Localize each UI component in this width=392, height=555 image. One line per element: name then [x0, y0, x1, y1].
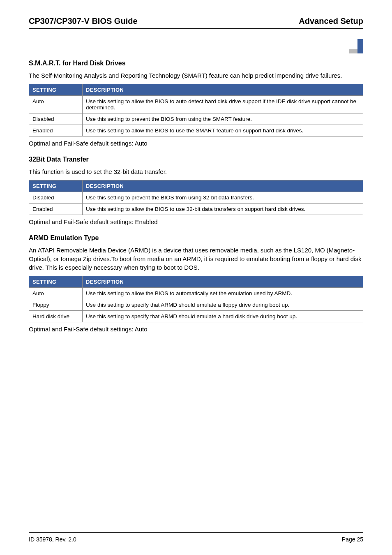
table-header-description: DESCRIPTION — [83, 84, 363, 96]
table-row: Disabled Use this setting to prevent the… — [29, 113, 363, 125]
cell-description: Use this setting to allow the BIOS to us… — [83, 204, 363, 215]
header-title-right: Advanced Setup — [299, 16, 363, 26]
main-content: S.M.A.R.T. for Hard Disk Drives The Self… — [29, 60, 363, 333]
cell-description: Use this setting to prevent the BIOS fro… — [83, 113, 363, 125]
cell-description: Use this setting to allow the BIOS to au… — [83, 288, 363, 299]
cell-description: Use this setting to allow the BIOS to us… — [83, 125, 363, 136]
section-footer-smart: Optimal and Fail-Safe default settings: … — [29, 140, 363, 147]
cell-description: Use this setting to allow the BIOS to au… — [83, 96, 363, 113]
table-header-description: DESCRIPTION — [83, 180, 363, 192]
cell-setting: Floppy — [29, 299, 83, 311]
section-footer-32bit: Optimal and Fail-Safe default settings: … — [29, 218, 363, 225]
table-row: Floppy Use this setting to specify that … — [29, 299, 363, 311]
cell-setting: Enabled — [29, 204, 83, 215]
corner-decoration-bottom — [351, 514, 363, 526]
table-row: Auto Use this setting to allow the BIOS … — [29, 96, 363, 113]
table-header-setting: SETTING — [29, 276, 83, 288]
section-footer-armd: Optimal and Fail-Safe default settings: … — [29, 326, 363, 333]
cell-description: Use this setting to specify that ARMD sh… — [83, 299, 363, 311]
section-title-armd: ARMD Emulation Type — [29, 234, 363, 242]
table-row: Hard disk drive Use this setting to spec… — [29, 311, 363, 322]
cell-description: Use this setting to specify that ARMD sh… — [83, 311, 363, 322]
page-footer: ID 35978, Rev. 2.0 Page 25 — [29, 532, 363, 543]
header-title-left: CP307/CP307-V BIOS Guide — [29, 16, 138, 26]
cell-setting: Hard disk drive — [29, 311, 83, 322]
cell-setting: Disabled — [29, 113, 83, 125]
section-intro-32bit: This function is used to set the 32-bit … — [29, 167, 363, 176]
table-header-description: DESCRIPTION — [83, 276, 363, 288]
footer-right: Page 25 — [342, 536, 363, 543]
corner-decoration-top — [347, 39, 363, 53]
section-title-smart: S.M.A.R.T. for Hard Disk Drives — [29, 60, 363, 67]
cell-setting: Auto — [29, 96, 83, 113]
section-intro-smart: The Self-Monitoring Analysis and Reporti… — [29, 71, 363, 80]
table-header-setting: SETTING — [29, 180, 83, 192]
table-row: Enabled Use this setting to allow the BI… — [29, 204, 363, 215]
section-title-32bit: 32Bit Data Transfer — [29, 156, 363, 163]
cell-description: Use this setting to prevent the BIOS fro… — [83, 192, 363, 204]
table-32bit: SETTING DESCRIPTION Disabled Use this se… — [29, 180, 363, 215]
table-header-setting: SETTING — [29, 84, 83, 96]
section-intro-armd: An ATAPI Removable Media Device (ARMD) i… — [29, 246, 363, 272]
cell-setting: Disabled — [29, 192, 83, 204]
cell-setting: Auto — [29, 288, 83, 299]
page-header: CP307/CP307-V BIOS Guide Advanced Setup — [29, 16, 363, 29]
footer-left: ID 35978, Rev. 2.0 — [29, 536, 76, 543]
cell-setting: Enabled — [29, 125, 83, 136]
table-armd: SETTING DESCRIPTION Auto Use this settin… — [29, 276, 363, 322]
table-row: Disabled Use this setting to prevent the… — [29, 192, 363, 204]
table-row: Enabled Use this setting to allow the BI… — [29, 125, 363, 136]
table-smart: SETTING DESCRIPTION Auto Use this settin… — [29, 84, 363, 136]
table-row: Auto Use this setting to allow the BIOS … — [29, 288, 363, 299]
